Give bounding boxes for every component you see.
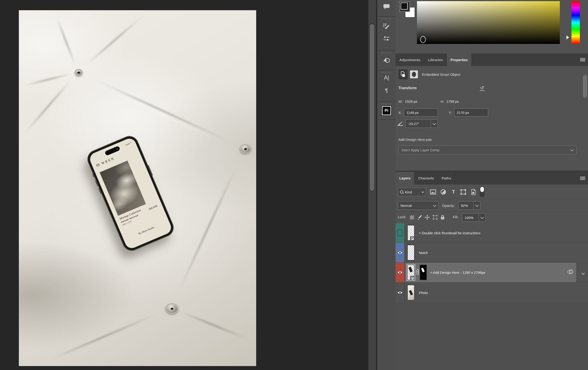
y-label: Y: (449, 111, 452, 115)
y-input[interactable]: 2170 px (454, 109, 488, 116)
layer-thumbnail[interactable] (407, 225, 415, 241)
visibility-toggle[interactable] (396, 282, 405, 303)
smart-transform-icon (383, 56, 390, 64)
tab-adjustments[interactable]: Adjustments (396, 53, 424, 66)
smart-object-badge-icon[interactable] (398, 69, 408, 80)
photoshop-window: Cart(0) WREN Mockup Collection IPHONE MO… (0, 0, 588, 370)
adjustment-filter-icon[interactable] (440, 189, 447, 195)
blend-mode-select[interactable]: Normal (398, 201, 438, 210)
tab-paths[interactable]: Paths (438, 172, 455, 185)
dock-tile[interactable] (377, 16, 396, 50)
dynamic-island (105, 146, 121, 156)
layer-thumbnail[interactable] (407, 285, 415, 300)
properties-scrollbar-thumb[interactable] (583, 75, 587, 98)
blend-opacity-row: Normal Opacity: 92% (396, 200, 588, 212)
tool-options-icon (383, 36, 390, 42)
dock-tile[interactable] (377, 50, 396, 70)
layer-row-add-design[interactable]: < Add Design Here - 1290 x 2796px (396, 263, 588, 282)
lock-pixels-icon[interactable] (417, 215, 422, 220)
front-camera-dot (116, 147, 119, 150)
visibility-toggle[interactable] (396, 243, 405, 262)
document-scrollbar[interactable] (368, 0, 377, 370)
object-type-label: Embedded Smart Object (422, 72, 460, 77)
layer-mask-thumbnail[interactable] (420, 265, 427, 280)
fill-label: Fill: (453, 215, 458, 219)
layer-name: < Double click thumbnail for instruction… (419, 231, 481, 235)
lock-all-icon[interactable] (440, 215, 445, 220)
tab-layers[interactable]: Layers (396, 172, 414, 185)
layer-filter-row: Kind T (396, 185, 588, 200)
opacity-dropdown-icon (473, 201, 481, 210)
visibility-toggle[interactable] (396, 223, 405, 243)
brush-settings-icon (383, 23, 390, 31)
lock-transparency-icon[interactable] (409, 215, 415, 220)
layer-mask-icon[interactable] (410, 70, 418, 78)
properties-panel: Embedded Smart Object Transform ↺ W: 152… (396, 66, 588, 170)
collapse-chevron-icon[interactable] (582, 271, 584, 275)
kind-filter-label: Kind (405, 190, 422, 194)
hidden-eye-checkbox-icon (398, 230, 403, 236)
width-value: 1526 px (405, 100, 417, 103)
height-value: 1799 px (446, 100, 459, 103)
tab-properties[interactable]: Properties (447, 53, 472, 66)
layer-comp-select[interactable]: Don't Apply Layer Comp (398, 146, 577, 154)
type-filter-icon[interactable]: T (450, 189, 457, 195)
document-canvas[interactable]: Cart(0) WREN Mockup Collection IPHONE MO… (0, 0, 368, 370)
smart-filters-icon[interactable] (567, 269, 574, 275)
color-field-cursor[interactable] (420, 36, 426, 43)
comments-icon (383, 4, 390, 11)
layers-tabbar: Layers Channels Paths (396, 172, 588, 185)
hue-bar[interactable] (571, 1, 580, 44)
layer-thumbnail[interactable] (407, 264, 415, 280)
fill-combo[interactable]: 100% (462, 213, 486, 222)
dock-tile[interactable]: A| ¶ (377, 70, 396, 101)
couch-photo-layer: Cart(0) WREN Mockup Collection IPHONE MO… (19, 10, 256, 366)
x-input[interactable]: 1149 px (404, 109, 438, 116)
opacity-combo[interactable]: 92% (458, 201, 481, 210)
foreground-color-swatch[interactable] (399, 1, 410, 12)
couch-seam (77, 70, 245, 150)
layer-row-photo[interactable]: Photo (396, 282, 588, 303)
layer-list: < Double click thumbnail for instruction… (396, 223, 588, 370)
filter-toggle-pill[interactable] (480, 186, 484, 197)
blend-chevron-icon (433, 203, 436, 207)
layer-row-notch[interactable]: Notch (396, 243, 588, 263)
layer-comp-value: Don't Apply Layer Comp (402, 148, 439, 152)
eye-icon (398, 291, 403, 294)
dock-tile[interactable]: Pi (377, 101, 396, 120)
shape-filter-icon[interactable] (460, 189, 467, 195)
hue-slider-arrow[interactable] (566, 35, 569, 40)
smart-object-filename: Add Design Here.psb (398, 138, 432, 141)
cart-count: (0) (129, 141, 131, 144)
couch-seam (170, 148, 246, 309)
dock-grip (381, 52, 392, 54)
mask-link-icon[interactable] (416, 269, 419, 276)
saturation-brightness-field[interactable] (417, 1, 560, 44)
angle-dropdown-icon (431, 120, 438, 128)
x-label: X: (398, 111, 402, 115)
panel-menu-icon[interactable] (580, 177, 585, 180)
smart-object-filter-icon[interactable] (470, 189, 477, 195)
tab-channels[interactable]: Channels (414, 172, 438, 185)
tufting-button (166, 303, 178, 314)
kind-filter-select[interactable]: Kind (398, 188, 426, 196)
opacity-label: Opacity: (442, 204, 455, 208)
couch-seam (19, 71, 79, 141)
panel-menu-icon[interactable] (580, 58, 585, 61)
mini-phone-shape (408, 267, 413, 273)
reset-transform-icon[interactable]: ↺ (480, 85, 484, 91)
layer-row-instructions[interactable]: < Double click thumbnail for instruction… (396, 223, 588, 243)
tab-libraries[interactable]: Libraries (424, 53, 447, 66)
eye-icon (398, 270, 403, 274)
fill-dropdown-icon (479, 213, 486, 222)
plugins-icon: Pi (382, 106, 391, 115)
layer-thumbnail[interactable] (407, 245, 415, 260)
lock-artboard-icon[interactable] (432, 215, 438, 220)
visibility-toggle[interactable] (396, 263, 405, 282)
image-filter-icon[interactable] (430, 189, 437, 195)
dock-tile[interactable] (377, 0, 396, 16)
document-scrollbar-thumb[interactable] (369, 23, 375, 191)
panel-dock-strip: A| ¶ Pi (377, 0, 396, 370)
angle-combo[interactable]: -23.27° (405, 120, 438, 128)
lock-position-icon[interactable] (424, 215, 430, 220)
